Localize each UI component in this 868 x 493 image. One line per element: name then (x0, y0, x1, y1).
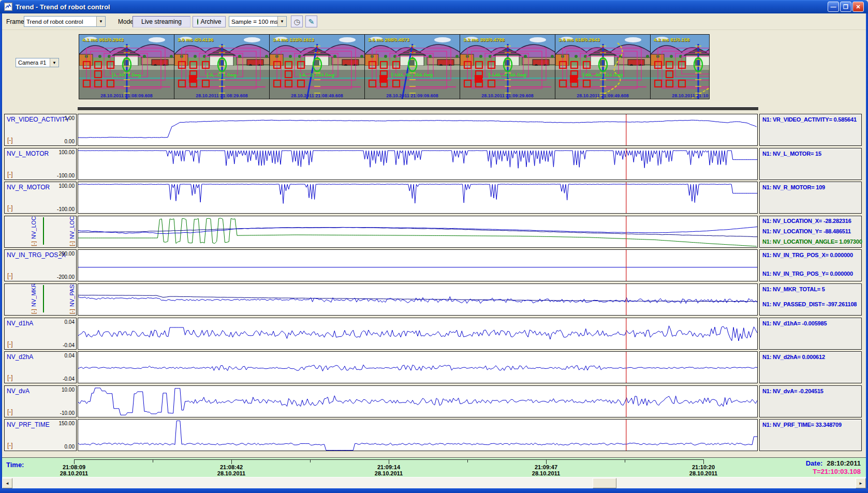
trend-label-panel[interactable]: NV_d1hA 0.04 [-] -0.04 (4, 318, 77, 350)
collapse-control[interactable]: [-] (31, 238, 38, 246)
chevron-down-icon[interactable]: ▼ (277, 17, 286, 26)
signal-name: NV_d2hA (7, 353, 33, 361)
scale-max: 1.00 (65, 115, 75, 121)
collapse-control[interactable]: [-] (7, 204, 13, 212)
collapse-control[interactable]: [-] (7, 340, 13, 348)
frame-select[interactable]: Trend of robot control ▼ (24, 16, 106, 27)
signal-name-vertical: NV_MKR_TOTAL (31, 284, 38, 307)
camera-thumbnail[interactable]: 4.2 ms 81/0.158 28.10.2011 21:10:09.608 (651, 35, 710, 99)
current-value: N1: NV_LOCATION_ANGLE= 1.097300 (762, 238, 862, 245)
thumb-timestamp: 28.10.2011 21:09:29.608 (460, 93, 555, 98)
trend-plot[interactable] (78, 385, 758, 417)
collapse-control[interactable]: [-] (69, 306, 76, 314)
thumb-timestamp: 28.10.2011 21:08:49.608 (270, 93, 364, 98)
titlebar[interactable]: Trend - Trend of robot control — ❐ ✕ (0, 0, 868, 13)
scale-min: 0.00 (65, 444, 75, 450)
camera-thumbnail[interactable]: 3.4 ms 133/0.1613 [-6, -2] 293 Deg 28.10… (270, 35, 365, 99)
minimize-button[interactable]: — (828, 2, 839, 12)
trend-label-panel[interactable]: NV_MKR_TOTAL [-] NV_PASSED_DIST [-] (4, 283, 77, 316)
current-value: N1: NV_LOCATION_Y= -88.486511 (762, 228, 851, 234)
chevron-down-icon[interactable]: ▼ (96, 17, 105, 26)
trend-plot[interactable] (78, 351, 758, 383)
trend-plot[interactable] (78, 419, 758, 451)
scroll-right-arrow-icon[interactable]: ► (856, 478, 866, 488)
signal-name: VR_VIDEO_ACTIVITY (7, 116, 69, 123)
camera-thumbnail-strip: 4.1 ms 951/0.2943 [1, 20] 4 Deg 28.10.20… (79, 34, 710, 99)
collapse-control[interactable]: [-] (7, 137, 13, 144)
trend-plot[interactable] (78, 283, 758, 316)
camera-scene-image (270, 35, 365, 99)
trend-plot[interactable] (78, 148, 758, 180)
scale-min: -10.00 (60, 410, 75, 416)
time-tick-label: 21:09:1428.10.2011 (365, 464, 412, 476)
trend-plot[interactable] (78, 249, 758, 281)
cursor-time-display: T=21:10:03.108 (806, 468, 861, 476)
trend-plot[interactable] (78, 114, 758, 146)
trend-label-panel[interactable]: NV_LOCATION_X [-] NV_LOCATION_Y [-] (4, 216, 77, 248)
collapse-control[interactable]: [-] (7, 374, 13, 381)
trend-label-panel[interactable]: NV_dvA 10.00 [-] -10.00 (4, 385, 77, 417)
app-icon (4, 3, 12, 11)
scale-max: 200.00 (58, 251, 75, 257)
thumb-overlay-position: [-102, 95] 256 Deg (365, 72, 460, 78)
scroll-left-arrow-icon[interactable]: ◄ (2, 478, 12, 488)
scale-max: 100.00 (58, 183, 75, 189)
camera-thumbnail[interactable]: 3.6 ms 268/0.4873 [-102, 95] 256 Deg 28.… (365, 35, 460, 99)
trend-label-panel[interactable]: VR_VIDEO_ACTIVITY 1.00 [-] 0.00 (4, 114, 77, 146)
camera-scene-image (555, 35, 651, 99)
camera-thumbnail[interactable]: 4.1 ms 951/0.2943 [1, 20] 4 Deg 28.10.20… (79, 35, 174, 99)
signal-name-vertical: NV_PASSED_DIST (69, 284, 76, 307)
time-tick-label: 21:08:4228.10.2011 (208, 464, 255, 476)
collapse-control[interactable]: [-] (7, 171, 13, 178)
time-tick-label: 21:08:0928.10.2011 (51, 464, 97, 476)
ruler-tick (153, 459, 153, 462)
current-value: N1: NV_IN_TRG_POS_Y= 0.000000 (762, 271, 853, 277)
collapse-control[interactable]: [-] (7, 442, 13, 449)
thumb-overlay-position: [1, 20] 4 Deg (79, 72, 174, 78)
scrollbar-thumb[interactable] (593, 478, 616, 488)
collapse-control[interactable]: [-] (31, 306, 38, 314)
signal-name: NV_L_MOTOR (7, 150, 49, 157)
notes-button[interactable]: ✎ (305, 16, 317, 27)
thumb-timestamp: 28.10.2011 21:09:49.608 (555, 93, 650, 98)
chevron-down-icon[interactable]: ▼ (50, 58, 58, 67)
horizontal-scrollbar[interactable]: ◄ ► (2, 477, 866, 488)
camera-thumbnail[interactable]: 3.0 ms 4/0.4136 [-0, -1] 1 Deg 28.10.201… (174, 35, 270, 99)
close-button[interactable]: ✕ (852, 2, 864, 12)
camera-select[interactable]: Camera #1 ▼ (16, 58, 59, 67)
date-display: Date:28:10:2011 (806, 459, 861, 468)
trend-value-panel: N1: NV_L_MOTOR= 15 (759, 148, 862, 180)
toolbar: Frame: Trend of robot control ▼ Mode: Li… (2, 13, 866, 30)
thumb-overlay-metrics: 3.6 ms 618/0.2643 (558, 37, 600, 42)
trend-label-panel[interactable]: NV_d2hA 0.04 [-] -0.04 (4, 351, 77, 383)
collapse-control[interactable]: [-] (7, 272, 13, 279)
collapse-control[interactable]: [-] (69, 238, 76, 246)
sample-select[interactable]: Sample = 100 ms ▼ (229, 16, 287, 27)
thumb-timestamp: 28.10.2011 21:10:09.608 (651, 93, 710, 98)
trend-plot[interactable] (78, 182, 758, 214)
collapse-control[interactable]: [-] (7, 408, 13, 415)
trend-label-panel[interactable]: NV_PRF_TIME 150.00 [-] 0.00 (4, 419, 77, 451)
scale-max: 0.04 (65, 319, 75, 325)
trend-plot[interactable] (78, 318, 758, 350)
maximize-button[interactable]: ❐ (840, 2, 851, 12)
scale-max: 10.00 (62, 387, 75, 393)
thumb-timestamp: 28.10.2011 21:09:09.608 (365, 93, 460, 98)
trend-label-panel[interactable]: NV_R_MOTOR 100.00 [-] -100.00 (4, 182, 77, 214)
thumb-overlay-metrics: 3.4 ms 133/0.1613 (273, 37, 314, 42)
trend-value-panel: N1: VR_VIDEO_ACTIVITY= 0.585641 (759, 114, 862, 146)
camera-scene-image (174, 35, 270, 99)
camera-thumbnail[interactable]: 3.6 ms 618/0.2643 [-99, -96] 112 Deg 28.… (555, 35, 651, 99)
live-streaming-button[interactable]: Live streaming (133, 16, 190, 27)
trend-label-panel[interactable]: NV_IN_TRG_POS_X 200.00 [-] -200.00 (4, 249, 77, 281)
clock-button[interactable]: ◷ (291, 16, 303, 27)
time-label: Time: (6, 461, 24, 469)
sample-select-value: Sample = 100 ms (229, 19, 277, 25)
current-value: N1: NV_d1hA= -0.005985 (762, 320, 827, 326)
camera-thumbnail[interactable]: 3.2 ms 393/0.4788 [-146, -6] 60 Deg 28.1… (460, 35, 555, 99)
window-border (866, 13, 868, 493)
camera-select-value: Camera #1 (16, 59, 50, 66)
trend-plot[interactable] (78, 216, 758, 248)
trend-label-panel[interactable]: NV_L_MOTOR 100.00 [-] -100.00 (4, 148, 77, 180)
archive-button[interactable]: Archive (193, 16, 226, 27)
